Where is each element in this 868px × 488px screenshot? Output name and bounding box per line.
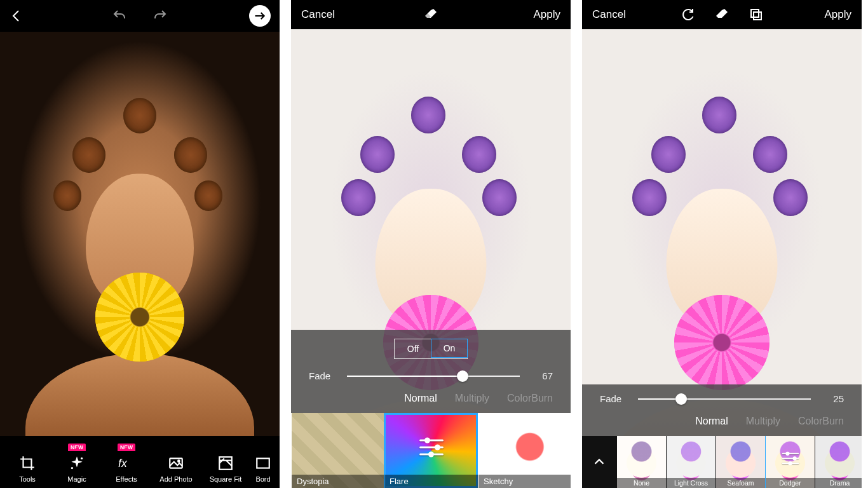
toggle-off[interactable]: Off	[395, 339, 431, 358]
tool-label: Add Photo	[159, 475, 192, 483]
filter-label: Drama	[815, 478, 862, 488]
filter-dodger[interactable]: Dodger	[765, 436, 815, 488]
svg-rect-12	[754, 12, 761, 20]
blend-multiply[interactable]: Multiply	[746, 416, 780, 427]
filter-flare[interactable]: Flare	[384, 413, 478, 488]
image-canvas[interactable]: Fade 25 Normal Multiply ColorBurn None	[582, 29, 862, 488]
fade-slider[interactable]	[347, 376, 520, 377]
slider-thumb[interactable]	[675, 393, 687, 405]
adjust-icon	[782, 452, 799, 464]
tool-add-photo[interactable]: Add Photo	[151, 454, 201, 483]
svg-point-5	[178, 460, 180, 462]
svg-point-1	[81, 458, 83, 459]
image-canvas[interactable]: Off On Fade 67 Normal Multiply ColorBurn…	[291, 29, 571, 488]
filter-label: None	[617, 478, 666, 488]
filter-label: Light Cross	[667, 478, 715, 488]
tool-effects[interactable]: NEW fx Effects	[102, 454, 151, 483]
filter-seafoam[interactable]: Seafoam	[715, 436, 765, 488]
layers-icon[interactable]	[749, 7, 764, 22]
toggle-on[interactable]: On	[431, 339, 468, 358]
blend-modes: Normal Multiply ColorBurn	[600, 416, 844, 427]
filter-label: Flare	[384, 475, 478, 488]
tool-label: Square Fit	[210, 475, 242, 483]
redo-icon[interactable]	[153, 8, 168, 24]
filter-label: Dystopia	[292, 475, 384, 488]
crop-icon	[18, 454, 37, 473]
adjust-icon	[419, 440, 444, 456]
slider-thumb[interactable]	[457, 370, 468, 382]
blend-colorburn[interactable]: ColorBurn	[798, 416, 844, 427]
blend-normal[interactable]: Normal	[695, 416, 728, 427]
expand-icon[interactable]	[582, 436, 616, 488]
cycle-icon[interactable]	[680, 7, 695, 22]
effect-controls: Off On Fade 67 Normal Multiply ColorBurn	[291, 330, 571, 413]
square-fit-icon	[216, 454, 235, 473]
svg-line-9	[226, 461, 232, 466]
image-plus-icon	[166, 454, 186, 473]
blend-modes: Normal Multiply ColorBurn	[309, 393, 553, 404]
top-bar: Cancel Apply	[291, 0, 571, 29]
effect-controls: Fade 25 Normal Multiply ColorBurn	[582, 384, 862, 436]
blend-normal[interactable]: Normal	[404, 393, 437, 404]
tool-label: Tools	[19, 475, 36, 483]
filter-strip[interactable]: Dystopia Flare Sketchy	[291, 413, 571, 488]
fade-slider[interactable]	[638, 398, 811, 400]
tool-square-fit[interactable]: Square Fit	[201, 454, 250, 483]
cancel-button[interactable]: Cancel	[301, 8, 335, 21]
screen-effect-dodger: Cancel Apply Fade	[582, 0, 862, 488]
fade-slider-row: Fade 25	[600, 393, 844, 404]
filter-drama[interactable]: Drama	[815, 436, 862, 488]
sparkle-icon	[67, 454, 86, 473]
filter-none[interactable]: None	[616, 436, 666, 488]
back-icon[interactable]	[9, 8, 24, 24]
tool-bar: Tools NEW Magic NEW fx Effects Add Photo…	[0, 436, 280, 488]
svg-text:fx: fx	[118, 458, 128, 470]
fade-label: Fade	[309, 370, 336, 381]
new-badge: NEW	[68, 444, 86, 451]
cancel-button[interactable]: Cancel	[592, 8, 626, 21]
svg-point-2	[71, 467, 73, 469]
top-bar: Cancel Apply	[582, 0, 862, 29]
tool-tools[interactable]: Tools	[3, 454, 52, 483]
eraser-icon[interactable]	[714, 7, 729, 22]
fade-slider-row: Fade 67	[309, 370, 553, 381]
undo-icon[interactable]	[112, 8, 127, 24]
new-badge: NEW	[118, 444, 135, 451]
next-button[interactable]	[249, 5, 271, 27]
toggle-off-on[interactable]: Off On	[394, 339, 468, 359]
blend-multiply[interactable]: Multiply	[455, 393, 489, 404]
fade-value: 67	[531, 370, 553, 381]
fade-label: Fade	[600, 393, 627, 404]
top-bar	[0, 0, 280, 32]
filter-sketchy[interactable]: Sketchy	[478, 413, 571, 488]
filter-strip[interactable]: None Light Cross Seafoam Dodger Drama	[582, 436, 862, 488]
fx-icon: fx	[117, 454, 136, 473]
filter-label: Seafoam	[716, 478, 765, 488]
apply-button[interactable]: Apply	[824, 8, 851, 21]
apply-button[interactable]: Apply	[533, 8, 560, 21]
eraser-icon[interactable]	[423, 7, 438, 22]
filter-dystopia[interactable]: Dystopia	[291, 413, 384, 488]
blend-colorburn[interactable]: ColorBurn	[507, 393, 553, 404]
tool-border[interactable]: Bord	[250, 454, 276, 483]
border-icon	[254, 454, 273, 473]
filter-light-cross[interactable]: Light Cross	[666, 436, 715, 488]
tool-label: Bord	[255, 475, 270, 483]
filter-label: Dodger	[766, 478, 815, 488]
screen-effect-flare: Cancel Apply Off On Fade	[291, 0, 571, 488]
svg-rect-11	[751, 10, 759, 17]
filter-label: Sketchy	[478, 475, 571, 488]
screen-editor: Tools NEW Magic NEW fx Effects Add Photo…	[0, 0, 280, 488]
tool-label: Effects	[116, 475, 137, 483]
svg-rect-10	[257, 458, 269, 468]
tool-label: Magic	[67, 475, 86, 483]
fade-value: 25	[822, 393, 844, 404]
image-canvas[interactable]	[0, 32, 280, 436]
tool-magic[interactable]: NEW Magic	[52, 454, 102, 483]
